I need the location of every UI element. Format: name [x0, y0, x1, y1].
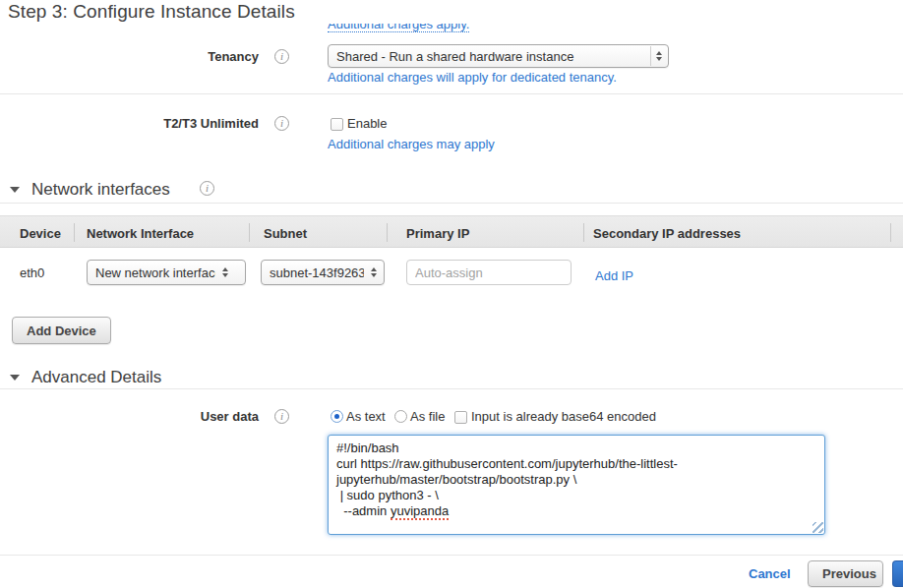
footer-divider	[0, 555, 903, 556]
as-text-label: As text	[346, 409, 386, 424]
t2t3-enable-checkbox[interactable]	[331, 118, 343, 131]
network-interfaces-table-header: Device Network Interface Subnet Primary …	[0, 215, 903, 248]
updown-arrows-icon	[650, 46, 666, 66]
tenancy-charges-link[interactable]: Additional charges will apply for dedica…	[328, 70, 617, 85]
as-text-radio[interactable]	[331, 410, 343, 423]
resize-grip-icon[interactable]	[813, 522, 823, 533]
section-divider	[0, 93, 903, 94]
t2t3-charges-link[interactable]: Additional charges may apply	[328, 137, 495, 151]
previous-button[interactable]: Previous	[808, 560, 883, 587]
column-separator	[74, 223, 75, 242]
section-underline	[0, 388, 903, 389]
tenancy-select-value: Shared - Run a shared hardware instance	[336, 49, 648, 64]
base64-checkbox[interactable]	[454, 411, 467, 424]
page-title: Step 3: Configure Instance Details	[8, 1, 295, 23]
as-file-label: As file	[410, 409, 445, 424]
add-device-button[interactable]: Add Device	[12, 317, 111, 344]
user-data-textarea[interactable]: #!/bin/bash curl https://raw.githubuserc…	[328, 435, 825, 535]
title-bar: Step 3: Configure Instance Details	[0, 0, 903, 24]
base64-label: Input is already base64 encoded	[471, 409, 656, 424]
column-separator	[387, 223, 388, 242]
column-header-device: Device	[20, 226, 61, 241]
column-separator	[249, 223, 250, 242]
column-separator	[583, 223, 584, 242]
user-data-text: #!/bin/bash curl https://raw.githubuserc…	[336, 441, 678, 518]
info-icon[interactable]: i	[200, 181, 214, 196]
info-icon[interactable]: i	[274, 409, 289, 424]
primary-ip-input[interactable]	[406, 260, 572, 285]
column-header-secondary-ip: Secondary IP addresses	[593, 226, 741, 241]
section-underline	[0, 203, 903, 204]
t2t3-enable-label: Enable	[347, 116, 387, 131]
column-header-primary-ip: Primary IP	[406, 226, 469, 241]
info-icon[interactable]: i	[274, 49, 289, 64]
network-interfaces-header: Network interfaces	[31, 180, 170, 200]
network-interface-select[interactable]: New network interface	[87, 260, 246, 285]
info-icon[interactable]: i	[274, 116, 289, 131]
user-data-label: User data	[0, 409, 259, 424]
column-separator	[890, 223, 891, 242]
cancel-button[interactable]: Cancel	[749, 566, 791, 581]
updown-arrows-icon	[366, 267, 382, 278]
tenancy-label: Tenancy	[0, 49, 259, 64]
advanced-details-header: Advanced Details	[31, 368, 161, 387]
subnet-select-value: subnet-143f9263	[270, 265, 364, 280]
misspelled-word: yuvipanda	[391, 503, 449, 520]
column-header-network-interface: Network Interface	[87, 226, 194, 241]
t2t3-unlimited-label: T2/T3 Unlimited	[0, 116, 259, 131]
add-ip-link[interactable]: Add IP	[595, 268, 633, 283]
next-button[interactable]	[892, 560, 903, 587]
device-cell: eth0	[20, 265, 44, 280]
as-file-radio[interactable]	[394, 410, 407, 423]
tenancy-select[interactable]: Shared - Run a shared hardware instance	[328, 44, 669, 68]
network-interface-select-value: New network interface	[95, 265, 215, 280]
triangle-down-icon[interactable]	[10, 187, 20, 193]
configure-instance-page: Additional charges apply. Step 3: Config…	[0, 0, 903, 588]
subnet-select[interactable]: subnet-143f9263	[261, 260, 385, 285]
triangle-down-icon[interactable]	[10, 375, 20, 381]
updown-arrows-icon	[217, 267, 233, 278]
column-header-subnet: Subnet	[264, 226, 307, 241]
